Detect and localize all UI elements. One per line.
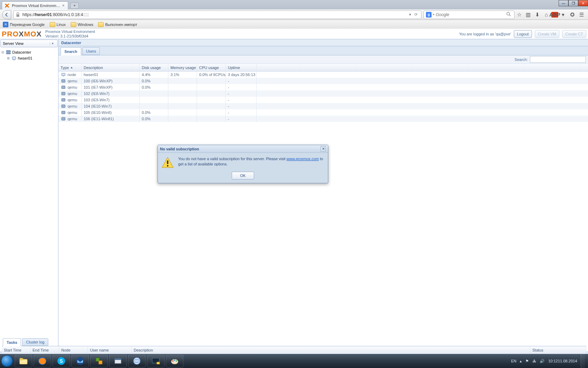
cell-cpu: [197, 78, 226, 84]
search-input[interactable]: [436, 12, 506, 17]
cell-disk: 0.0%: [140, 84, 168, 90]
bookmark-star-icon[interactable]: ☆: [515, 11, 523, 19]
grid-search-input[interactable]: [530, 56, 586, 63]
back-button[interactable]: [2, 10, 11, 19]
adblock-icon[interactable]: ABP: [551, 12, 558, 18]
modal-titlebar[interactable]: No valid subscription ✕: [158, 145, 328, 153]
downloads-icon[interactable]: ⬇: [533, 11, 541, 19]
table-row[interactable]: qemu105 (IE10-Win8)0.0%-: [58, 109, 588, 116]
network-icon[interactable]: 🖧: [532, 359, 536, 363]
col-uptime[interactable]: Uptime: [226, 64, 257, 71]
refresh-icon[interactable]: ⟳: [413, 12, 419, 17]
create-ct-button[interactable]: Create CT: [562, 30, 586, 38]
cell-memory: [168, 116, 197, 122]
col-user[interactable]: User name: [88, 346, 132, 354]
bookmark-menu-icon[interactable]: ✪: [568, 11, 576, 19]
taskbar-item-app1[interactable]: [109, 355, 127, 367]
table-row[interactable]: qemu106 (IE11-Win81)0.0%-: [58, 116, 588, 122]
taskbar-item-explorer[interactable]: [15, 355, 32, 367]
tab-search[interactable]: Search: [61, 47, 81, 55]
table-row[interactable]: qemu103 (IE9-Win7)-: [58, 97, 588, 103]
tree-node-datacenter[interactable]: ⊟ Datacenter: [1, 49, 57, 55]
col-node[interactable]: Node: [59, 346, 88, 354]
ok-button[interactable]: OK: [232, 172, 254, 179]
server-icon: [11, 55, 17, 61]
taskbar-item-skype[interactable]: S: [52, 355, 70, 367]
resource-grid: Type▲ Description Disk usage Memory usag…: [58, 64, 588, 351]
new-tab-button[interactable]: +: [70, 2, 79, 9]
taskbar-item-paint[interactable]: [166, 355, 183, 367]
search-engine-dropdown-icon[interactable]: ▾: [433, 13, 434, 16]
tray-expand-icon[interactable]: ▴: [520, 359, 522, 363]
window-maximize-button[interactable]: ❐: [568, 0, 578, 6]
col-status[interactable]: Status: [530, 346, 586, 354]
tab-users[interactable]: Users: [82, 47, 100, 55]
proxmox-favicon-icon: [4, 3, 10, 8]
col-end-time[interactable]: End Time: [30, 346, 59, 354]
bookmark-item[interactable]: Linux: [50, 22, 66, 27]
col-description[interactable]: Description: [132, 346, 530, 354]
svg-rect-7: [62, 73, 65, 76]
cell-memory: 3.1%: [168, 71, 197, 78]
taskbar-item-thunderbird[interactable]: [71, 355, 89, 367]
browser-tab[interactable]: Proxmox Virtual Environme... ×: [2, 1, 68, 9]
taskbar-item-putty[interactable]: [147, 355, 164, 367]
proxmox-link[interactable]: www.proxmox.com: [287, 157, 319, 161]
bookmark-item[interactable]: Выполнен импорт: [98, 22, 137, 27]
server-icon: [61, 72, 66, 77]
tree-expand-icon[interactable]: ⊞: [7, 56, 11, 60]
tab-cluster-log[interactable]: Cluster log: [22, 338, 48, 346]
addon-icon[interactable]: ▾: [559, 11, 567, 19]
url-bar[interactable]: https://hwser01:8006/#v1:0:18:4::::: ▾ ⟳: [13, 11, 421, 19]
cell-cpu: [197, 90, 226, 97]
col-memory[interactable]: Memory usage: [168, 64, 197, 71]
view-select[interactable]: Server View ▼: [0, 40, 58, 47]
svg-rect-27: [115, 359, 121, 360]
create-vm-button[interactable]: Create VM: [535, 30, 560, 38]
bookmark-item[interactable]: ЯПереводчик Google: [3, 22, 45, 27]
proxmox-logo: PROXMOX: [2, 30, 42, 38]
modal-close-button[interactable]: ✕: [321, 146, 326, 151]
cell-uptime: -: [226, 90, 257, 97]
tree-node-hwser01[interactable]: ⊞ hwser01: [1, 55, 57, 61]
logout-button[interactable]: Logout: [514, 30, 532, 38]
search-icon[interactable]: [506, 12, 512, 17]
volume-icon[interactable]: 🔊: [540, 359, 545, 363]
close-tab-icon[interactable]: ×: [61, 3, 66, 8]
action-center-icon[interactable]: ⚑: [525, 359, 529, 363]
folder-icon: [71, 22, 76, 27]
col-disk[interactable]: Disk usage: [140, 64, 168, 71]
window-close-button[interactable]: ✕: [578, 0, 588, 6]
language-indicator[interactable]: EN: [511, 359, 516, 363]
clock[interactable]: 10:12 11.08.2014: [548, 359, 577, 363]
col-description[interactable]: Description: [82, 64, 140, 71]
table-row[interactable]: qemu101 (IE7-WinXP)0.0%-: [58, 84, 588, 90]
table-row[interactable]: qemu100 (IE6-WinXP)0.0%-: [58, 78, 588, 84]
window-minimize-button[interactable]: —: [559, 0, 568, 6]
show-desktop-button[interactable]: [581, 354, 585, 368]
tree-collapse-icon[interactable]: ⊟: [1, 50, 6, 54]
col-cpu[interactable]: CPU usage: [197, 64, 226, 71]
col-type[interactable]: Type▲: [58, 64, 82, 71]
table-row[interactable]: qemu102 (IE8-Win7)-: [58, 90, 588, 97]
tab-tasks[interactable]: Tasks: [3, 338, 21, 346]
cell-description: 100 (IE6-WinXP): [82, 78, 140, 84]
svg-rect-19: [20, 358, 23, 360]
table-row[interactable]: qemu104 (IE10-Win7)-: [58, 103, 588, 109]
start-button[interactable]: [0, 354, 14, 368]
table-row[interactable]: nodehwser014.4%3.1%0.0% of 8CPUs3 days 2…: [58, 71, 588, 78]
taskbar-item-vmware[interactable]: [90, 355, 108, 367]
cell-description: 103 (IE9-Win7): [82, 97, 140, 103]
tree-label: hwser01: [18, 56, 33, 60]
url-dropdown-icon[interactable]: ▾: [408, 12, 413, 17]
bookmark-item[interactable]: Windows: [71, 22, 93, 27]
folder-icon: [50, 22, 55, 27]
col-start-time[interactable]: Start Time: [2, 346, 30, 354]
taskbar-item-firefox[interactable]: [34, 355, 51, 367]
reading-list-icon[interactable]: ▥: [524, 11, 532, 19]
cell-disk: [140, 90, 168, 97]
menu-icon[interactable]: ☰: [577, 11, 586, 19]
search-bar[interactable]: g ▾: [424, 11, 514, 19]
taskbar-item-browser[interactable]: [128, 355, 146, 367]
grid-header: Type▲ Description Disk usage Memory usag…: [58, 64, 588, 71]
